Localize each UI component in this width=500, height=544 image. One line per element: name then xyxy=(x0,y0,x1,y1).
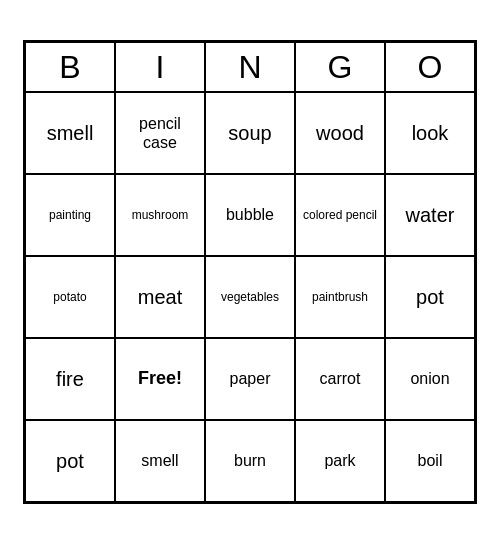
bingo-cell: carrot xyxy=(295,338,385,420)
bingo-cell: meat xyxy=(115,256,205,338)
bingo-cell: colored pencil xyxy=(295,174,385,256)
bingo-cell: painting xyxy=(25,174,115,256)
bingo-cell: pot xyxy=(25,420,115,502)
bingo-body: smellpencil casesoupwoodlookpaintingmush… xyxy=(25,92,475,502)
bingo-cell: onion xyxy=(385,338,475,420)
bingo-row: fireFree!papercarrotonion xyxy=(25,338,475,420)
bingo-header: BINGO xyxy=(25,42,475,92)
bingo-cell: burn xyxy=(205,420,295,502)
header-letter: N xyxy=(205,42,295,92)
header-letter: O xyxy=(385,42,475,92)
bingo-cell: mushroom xyxy=(115,174,205,256)
bingo-row: paintingmushroombubblecolored pencilwate… xyxy=(25,174,475,256)
bingo-row: potatomeatvegetablespaintbrushpot xyxy=(25,256,475,338)
bingo-cell: boil xyxy=(385,420,475,502)
header-letter: G xyxy=(295,42,385,92)
bingo-cell: look xyxy=(385,92,475,174)
bingo-cell: water xyxy=(385,174,475,256)
bingo-card: BINGO smellpencil casesoupwoodlookpainti… xyxy=(23,40,477,504)
bingo-cell: paintbrush xyxy=(295,256,385,338)
bingo-row: potsmellburnparkboil xyxy=(25,420,475,502)
bingo-cell: bubble xyxy=(205,174,295,256)
bingo-cell: Free! xyxy=(115,338,205,420)
bingo-cell: potato xyxy=(25,256,115,338)
bingo-cell: smell xyxy=(25,92,115,174)
header-letter: B xyxy=(25,42,115,92)
bingo-cell: soup xyxy=(205,92,295,174)
bingo-cell: wood xyxy=(295,92,385,174)
bingo-cell: smell xyxy=(115,420,205,502)
bingo-cell: pencil case xyxy=(115,92,205,174)
bingo-cell: pot xyxy=(385,256,475,338)
bingo-cell: vegetables xyxy=(205,256,295,338)
bingo-row: smellpencil casesoupwoodlook xyxy=(25,92,475,174)
bingo-cell: park xyxy=(295,420,385,502)
bingo-cell: fire xyxy=(25,338,115,420)
header-letter: I xyxy=(115,42,205,92)
bingo-cell: paper xyxy=(205,338,295,420)
